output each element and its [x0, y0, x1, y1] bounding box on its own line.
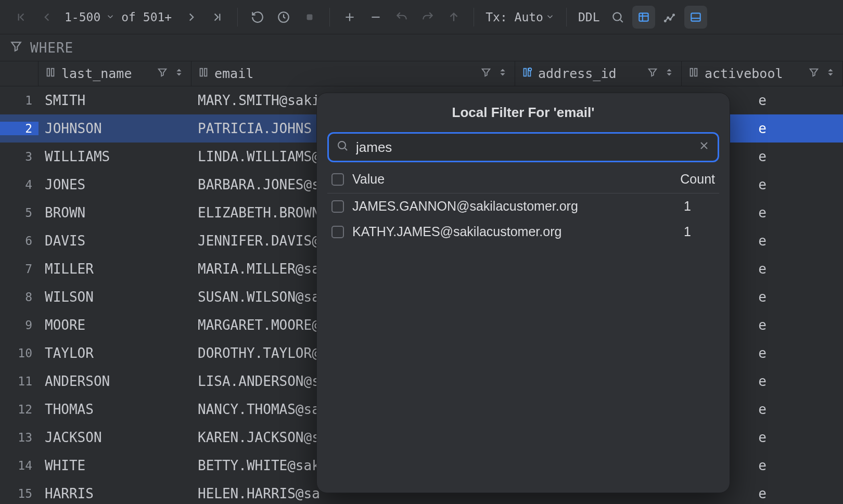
popover-title: Local Filter For 'email' [327, 105, 719, 121]
key-column-icon [521, 67, 533, 81]
rownum-header [0, 61, 39, 86]
select-all-checkbox[interactable] [331, 173, 344, 186]
tx-mode-label: Tx: Auto [486, 10, 543, 24]
column-header-activebool[interactable]: activebool [682, 61, 843, 86]
view-panel-button[interactable] [684, 6, 707, 29]
filter-search-field[interactable] [327, 132, 719, 162]
row-number: 1 [0, 94, 39, 107]
cell-last_name[interactable]: ANDERSON [39, 367, 191, 395]
chevron-down-icon[interactable] [106, 10, 115, 24]
filter-item-value: KATHY.JAMES@sakilacustomer.org [352, 224, 561, 239]
undo-button[interactable] [390, 6, 413, 29]
page-range-of: of 501+ [121, 10, 172, 24]
redo-button[interactable] [416, 6, 439, 29]
prev-page-button[interactable] [35, 6, 58, 29]
row-number: 3 [0, 150, 39, 163]
filter-icon[interactable] [808, 67, 820, 81]
tx-mode-dropdown[interactable]: Tx: Auto [482, 10, 558, 24]
cell-last_name[interactable]: HARRIS [39, 480, 191, 504]
view-chart-button[interactable] [658, 6, 681, 29]
sort-icon[interactable] [173, 67, 185, 81]
cell-last_name[interactable]: THOMAS [39, 395, 191, 423]
cell-last_name[interactable]: SMITH [39, 86, 191, 114]
cell-last_name[interactable]: TAYLOR [39, 339, 191, 367]
cell-last_name[interactable]: JOHNSON [39, 114, 191, 143]
view-table-button[interactable] [632, 6, 655, 29]
filter-item[interactable]: JAMES.GANNON@sakilacustomer.org1 [327, 193, 719, 219]
local-filter-popover: Local Filter For 'email' Value Count JAM… [316, 93, 730, 493]
count-header: Count [680, 172, 715, 187]
column-header-address_id[interactable]: address_id [515, 61, 682, 86]
cell-last_name[interactable]: JACKSON [39, 423, 191, 451]
filter-item-checkbox[interactable] [331, 200, 344, 213]
svg-point-7 [673, 14, 674, 16]
column-icon [688, 67, 699, 81]
row-number: 7 [0, 262, 39, 276]
cell-last_name[interactable]: DAVIS [39, 227, 191, 255]
history-button[interactable] [272, 6, 295, 29]
row-number: 13 [0, 431, 39, 444]
column-name: last_name [61, 66, 132, 81]
filter-icon [9, 40, 23, 56]
svg-rect-1 [307, 14, 313, 20]
svg-point-15 [529, 68, 532, 71]
next-page-button[interactable] [180, 6, 203, 29]
svg-point-2 [613, 12, 621, 20]
row-number: 10 [0, 346, 39, 360]
cell-last_name[interactable]: MILLER [39, 255, 191, 283]
filter-icon[interactable] [157, 67, 168, 81]
where-label: WHERE [30, 40, 73, 56]
grid-header: last_name email address_id activebool [0, 61, 843, 86]
filter-item-count: 1 [684, 224, 715, 239]
column-header-last_name[interactable]: last_name [39, 61, 191, 86]
svg-point-4 [664, 20, 666, 22]
filter-icon[interactable] [480, 67, 492, 81]
cell-last_name[interactable]: MOORE [39, 311, 191, 339]
filter-bar[interactable]: WHERE [0, 34, 843, 61]
svg-rect-3 [639, 13, 648, 21]
ddl-button[interactable]: DDL [575, 10, 603, 24]
search-button[interactable] [606, 6, 629, 29]
row-number: 9 [0, 318, 39, 332]
svg-rect-13 [524, 69, 527, 76]
page-range[interactable]: 1-500 [65, 10, 100, 24]
row-number: 5 [0, 206, 39, 219]
cell-last_name[interactable]: BROWN [39, 199, 191, 227]
filter-item-checkbox[interactable] [331, 226, 344, 238]
reload-button[interactable] [246, 6, 269, 29]
cell-last_name[interactable]: JONES [39, 171, 191, 199]
toolbar: 1-500 of 501+ Tx: Auto DDL [0, 0, 843, 34]
svg-point-6 [669, 18, 671, 20]
svg-rect-16 [691, 69, 693, 76]
stop-button[interactable] [298, 6, 321, 29]
column-header-email[interactable]: email [191, 61, 515, 86]
sort-icon[interactable] [497, 67, 508, 81]
row-number: 6 [0, 234, 39, 248]
svg-rect-8 [691, 13, 700, 21]
clear-icon[interactable] [698, 139, 710, 155]
first-page-button[interactable] [9, 6, 32, 29]
column-name: activebool [705, 66, 783, 81]
cell-last_name[interactable]: WILSON [39, 283, 191, 311]
filter-item-value: JAMES.GANNON@sakilacustomer.org [352, 199, 578, 214]
svg-point-18 [338, 141, 346, 149]
last-page-button[interactable] [206, 6, 229, 29]
filter-search-input[interactable] [356, 139, 691, 156]
value-header: Value [352, 172, 385, 187]
column-icon [198, 67, 209, 81]
cell-last_name[interactable]: WILLIAMS [39, 143, 191, 171]
sort-icon[interactable] [663, 67, 675, 81]
cell-last_name[interactable]: WHITE [39, 451, 191, 480]
filter-icon[interactable] [647, 67, 658, 81]
commit-button[interactable] [442, 6, 465, 29]
column-icon [45, 67, 56, 81]
filter-list-header: Value Count [327, 162, 719, 193]
sort-icon[interactable] [825, 67, 836, 81]
row-number: 12 [0, 403, 39, 416]
remove-row-button[interactable] [364, 6, 387, 29]
search-icon [336, 139, 349, 155]
filter-item-count: 1 [684, 199, 715, 214]
svg-rect-10 [52, 69, 54, 76]
filter-item[interactable]: KATHY.JAMES@sakilacustomer.org1 [327, 219, 719, 244]
add-row-button[interactable] [338, 6, 361, 29]
